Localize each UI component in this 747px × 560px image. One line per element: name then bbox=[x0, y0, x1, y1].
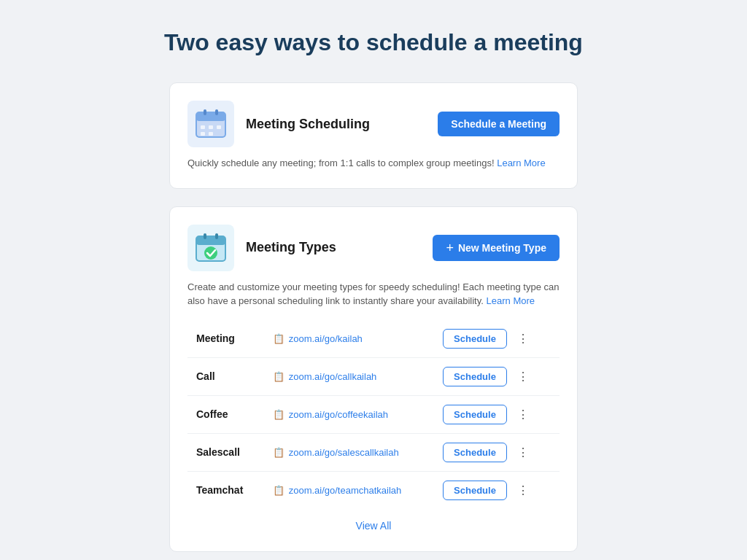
svg-rect-7 bbox=[201, 132, 205, 136]
more-options-button-0[interactable]: ⋮ bbox=[513, 329, 533, 349]
meeting-link-cell-2: 📋 zoom.ai/go/coffeekailah bbox=[264, 395, 434, 433]
scheduling-header-left: Meeting Scheduling bbox=[187, 101, 370, 147]
meeting-types-table: Meeting 📋 zoom.ai/go/kailah Schedule ⋮ C… bbox=[187, 320, 560, 509]
svg-rect-5 bbox=[209, 125, 213, 129]
table-row: Meeting 📋 zoom.ai/go/kailah Schedule ⋮ bbox=[187, 320, 560, 358]
page-title: Two easy ways to schedule a meeting bbox=[164, 29, 583, 56]
schedule-meeting-button[interactable]: Schedule a Meeting bbox=[438, 112, 560, 136]
scheduling-card-header: Meeting Scheduling Schedule a Meeting bbox=[187, 101, 560, 147]
view-all-link[interactable]: View All bbox=[356, 520, 392, 532]
new-meeting-type-button[interactable]: + New Meeting Type bbox=[433, 235, 560, 261]
copy-icon-1[interactable]: 📋 bbox=[273, 371, 285, 382]
more-options-button-1[interactable]: ⋮ bbox=[513, 367, 533, 386]
meeting-link-cell-4: 📋 zoom.ai/go/teamchatkailah bbox=[264, 471, 434, 509]
scheduling-learn-more-link[interactable]: Learn More bbox=[497, 158, 545, 168]
schedule-button-4[interactable]: Schedule bbox=[443, 481, 507, 500]
meeting-name-0: Meeting bbox=[187, 320, 264, 358]
meeting-link-0[interactable]: zoom.ai/go/kailah bbox=[289, 333, 363, 344]
meeting-name-4: Teamchat bbox=[187, 471, 264, 509]
svg-rect-12 bbox=[215, 233, 218, 239]
svg-rect-3 bbox=[215, 109, 218, 115]
types-card-header: Meeting Types + New Meeting Type bbox=[187, 225, 560, 271]
calendar-icon bbox=[193, 106, 228, 141]
types-learn-more-link[interactable]: Learn More bbox=[487, 295, 535, 306]
schedule-button-2[interactable]: Schedule bbox=[443, 405, 507, 424]
meeting-types-card: Meeting Types + New Meeting Type Create … bbox=[169, 206, 578, 552]
svg-rect-6 bbox=[217, 125, 221, 129]
scheduling-card-title: Meeting Scheduling bbox=[246, 117, 370, 132]
types-header-left: Meeting Types bbox=[187, 225, 336, 271]
copy-icon-3[interactable]: 📋 bbox=[273, 447, 285, 458]
meeting-scheduling-card: Meeting Scheduling Schedule a Meeting Qu… bbox=[169, 82, 578, 189]
meeting-link-3[interactable]: zoom.ai/go/salescallkailah bbox=[289, 447, 399, 458]
meeting-link-4[interactable]: zoom.ai/go/teamchatkailah bbox=[289, 485, 402, 496]
types-card-description: Create and customize your meeting types … bbox=[187, 280, 560, 308]
table-row: Call 📋 zoom.ai/go/callkailah Schedule ⋮ bbox=[187, 357, 560, 395]
table-row: Coffee 📋 zoom.ai/go/coffeekailah Schedul… bbox=[187, 395, 560, 433]
schedule-button-3[interactable]: Schedule bbox=[443, 443, 507, 462]
scheduling-card-description: Quickly schedule any meeting; from 1:1 c… bbox=[187, 156, 560, 171]
calendar-check-icon bbox=[193, 230, 228, 265]
view-all-section: View All bbox=[187, 509, 560, 534]
meeting-link-cell-1: 📋 zoom.ai/go/callkailah bbox=[264, 357, 434, 395]
svg-rect-2 bbox=[204, 109, 206, 115]
types-illustration bbox=[187, 225, 234, 271]
more-options-button-3[interactable]: ⋮ bbox=[513, 443, 533, 462]
meeting-actions-cell-0: Schedule ⋮ bbox=[434, 320, 560, 358]
meeting-actions-cell-1: Schedule ⋮ bbox=[434, 357, 560, 395]
svg-point-13 bbox=[204, 246, 217, 260]
svg-rect-11 bbox=[204, 233, 206, 239]
meeting-link-1[interactable]: zoom.ai/go/callkailah bbox=[289, 371, 377, 382]
copy-icon-2[interactable]: 📋 bbox=[273, 409, 285, 420]
meeting-name-2: Coffee bbox=[187, 395, 264, 433]
meeting-link-cell-3: 📋 zoom.ai/go/salescallkailah bbox=[264, 433, 434, 471]
svg-rect-8 bbox=[209, 132, 213, 136]
svg-rect-1 bbox=[196, 112, 225, 121]
schedule-button-0[interactable]: Schedule bbox=[443, 329, 507, 349]
meeting-name-3: Salescall bbox=[187, 433, 264, 471]
meeting-link-cell-0: 📋 zoom.ai/go/kailah bbox=[264, 320, 434, 358]
meeting-link-2[interactable]: zoom.ai/go/coffeekailah bbox=[289, 409, 388, 420]
meeting-actions-cell-4: Schedule ⋮ bbox=[434, 471, 560, 509]
schedule-button-1[interactable]: Schedule bbox=[443, 367, 507, 386]
new-meeting-type-plus: + bbox=[446, 241, 454, 254]
more-options-button-4[interactable]: ⋮ bbox=[513, 481, 533, 500]
types-card-title: Meeting Types bbox=[246, 240, 336, 255]
svg-rect-10 bbox=[196, 236, 225, 245]
copy-icon-4[interactable]: 📋 bbox=[273, 485, 285, 496]
new-meeting-type-label: New Meeting Type bbox=[458, 242, 546, 254]
table-row: Teamchat 📋 zoom.ai/go/teamchatkailah Sch… bbox=[187, 471, 560, 509]
copy-icon-0[interactable]: 📋 bbox=[273, 333, 285, 344]
more-options-button-2[interactable]: ⋮ bbox=[513, 405, 533, 424]
meeting-actions-cell-3: Schedule ⋮ bbox=[434, 433, 560, 471]
scheduling-illustration bbox=[187, 101, 234, 147]
table-row: Salescall 📋 zoom.ai/go/salescallkailah S… bbox=[187, 433, 560, 471]
svg-rect-4 bbox=[201, 125, 205, 129]
meeting-name-1: Call bbox=[187, 357, 264, 395]
meeting-actions-cell-2: Schedule ⋮ bbox=[434, 395, 560, 433]
